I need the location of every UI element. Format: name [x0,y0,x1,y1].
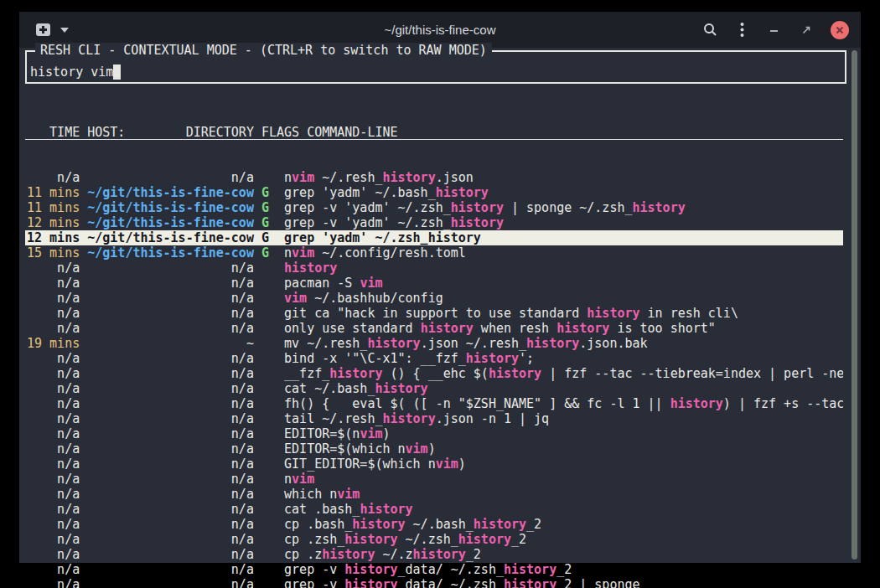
history-row[interactable]: n/a n/a grep -v history_data/ ~/.zsh_his… [25,577,843,588]
history-rows: n/a n/a nvim ~/.resh_history.json11 mins… [25,170,843,588]
history-row[interactable]: 19 mins ~ mv ~/.resh_history.json ~/.res… [25,336,843,351]
history-row[interactable]: n/a n/a tail ~/.resh_history.json -n 1 |… [25,411,843,426]
row-flags [261,411,284,426]
table-header-text: TIME HOST: DIRECTORY FLAGS COMMAND-LINE [27,125,398,140]
history-row[interactable]: n/a n/a cp .zsh_history ~/.zsh_history_2 [25,532,843,547]
row-directory: ~/git/this-is-fine-cow [87,200,254,215]
history-row[interactable]: n/a n/a cat ~/.bash_history [25,381,843,396]
history-row[interactable]: n/a n/a pacman -S vim [25,276,843,291]
menu-kebab-icon[interactable] [735,23,749,37]
row-command: nvim ~/.config/resh.toml [284,245,466,260]
match-highlight: history [382,411,435,426]
match-highlight: vim [360,426,382,441]
history-row[interactable]: n/a n/a GIT_EDITOR=$(which nvim) [25,456,843,472]
search-input[interactable]: history vim [30,64,121,80]
row-directory: ~ [87,336,254,351]
row-time: n/a [27,547,80,562]
row-time: n/a [27,426,80,441]
row-directory: n/a [87,291,254,306]
row-flags [261,517,284,532]
row-flags [261,562,284,577]
row-time: n/a [27,396,80,411]
row-command: bind -x '"\C-x1": __fzf_history'; [284,351,534,366]
match-highlight: history [344,562,397,577]
history-row[interactable]: n/a n/a __fzf_history () { __ehc $(histo… [25,366,843,381]
row-flags [261,306,284,321]
match-highlight: history [428,230,481,245]
history-row[interactable]: n/a n/a cp .zhistory ~/.zhistory_2 [25,547,843,562]
match-highlight: history [587,306,639,321]
row-time: n/a [27,260,80,276]
row-flags [261,502,284,517]
row-flags: G [261,245,284,260]
match-highlight: history [344,577,397,588]
row-command: cat ~/.bash_history [284,381,428,396]
titlebar-right-controls [703,12,849,48]
history-row[interactable]: n/a n/a fh() { eval $( ([ -n "$ZSH_NAME"… [25,396,843,411]
history-row[interactable]: n/a n/a git ca "hack in support to use s… [25,306,843,321]
row-directory: n/a [87,381,254,396]
row-directory: n/a [87,351,254,366]
row-time: n/a [27,562,80,577]
match-highlight: history [556,321,609,336]
row-flags: G [261,215,284,230]
row-command: which nvim [284,487,360,502]
history-row[interactable]: n/a n/a vim ~/.bashhub/config [25,291,843,306]
match-highlight: history [670,396,723,411]
row-time: 11 mins [27,185,80,200]
row-command: nvim ~/.resh_history.json [284,170,474,185]
row-directory: n/a [87,487,254,502]
row-command: pacman -S vim [284,276,382,291]
match-highlight: vim [406,441,428,456]
match-highlight: history [504,562,556,577]
row-command: tail ~/.resh_history.json -n 1 | jq [284,411,549,426]
row-time: n/a [27,472,80,487]
row-command: EDITOR=$(nvim) [284,426,390,441]
row-directory: n/a [87,276,254,291]
scrollbar[interactable] [852,50,857,560]
history-row[interactable]: n/a n/a history [25,260,843,276]
history-row[interactable]: 15 mins ~/git/this-is-fine-cow G nvim ~/… [25,245,843,260]
row-directory: n/a [87,456,254,472]
minimize-button[interactable] [767,23,781,37]
history-row[interactable]: n/a n/a cat .bash_history [25,502,843,517]
row-time: n/a [27,532,80,547]
row-command: grep 'yadm' ~/.zsh_history [284,230,481,245]
row-time: n/a [27,487,80,502]
row-time: n/a [27,366,80,381]
row-directory: n/a [87,562,254,577]
history-row[interactable]: n/a n/a EDITOR=$(nvim) [25,426,843,441]
history-row[interactable]: n/a n/a EDITOR=$(which nvim) [25,441,843,456]
history-row[interactable]: n/a n/a nvim ~/.resh_history.json [25,170,843,185]
row-flags [261,547,284,562]
history-row[interactable]: n/a n/a bind -x '"\C-x1": __fzf_history'… [25,351,843,366]
row-flags [261,577,284,588]
history-row[interactable]: 12 mins ~/git/this-is-fine-cow G grep -v… [25,215,843,230]
history-row[interactable]: n/a n/a which nvim [25,487,843,502]
match-highlight: history [352,517,405,532]
row-flags [261,321,284,336]
row-command: grep -v 'yadm' ~/.zsh_history [284,215,504,230]
row-directory: n/a [87,441,254,456]
row-directory: n/a [87,306,254,321]
row-command: EDITOR=$(which nvim) [284,441,436,456]
restore-button[interactable] [799,23,813,37]
row-time: n/a [27,456,80,472]
close-button[interactable] [831,21,849,39]
match-highlight: history [436,185,489,200]
row-directory: n/a [87,411,254,426]
search-icon[interactable] [703,23,717,37]
match-highlight: history [526,336,579,351]
history-row-selected[interactable]: 12 mins ~/git/this-is-fine-cow G grep 'y… [25,230,843,245]
history-row[interactable]: n/a n/a only use standard history when r… [25,321,843,336]
history-row[interactable]: 11 mins ~/git/this-is-fine-cow G grep 'y… [25,185,843,200]
row-directory: n/a [87,472,254,487]
history-row[interactable]: n/a n/a cp .bash_history ~/.bash_history… [25,517,843,532]
history-row[interactable]: n/a n/a nvim [25,472,843,487]
row-directory: n/a [87,321,254,336]
history-row[interactable]: n/a n/a grep -v history_data/ ~/.zsh_his… [25,562,843,577]
history-row[interactable]: 11 mins ~/git/this-is-fine-cow G grep -v… [25,200,843,215]
row-flags [261,381,284,396]
match-highlight: history [382,170,435,185]
terminal-window: ~/git/this-is-fine-cow RESH CLI - CONTEX… [19,12,861,563]
